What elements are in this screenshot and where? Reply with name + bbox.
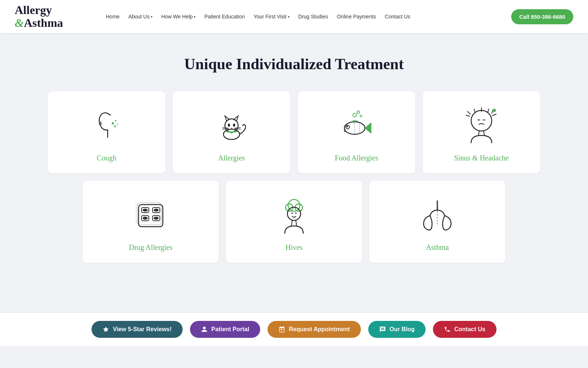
svg-point-0 [112, 122, 114, 124]
svg-point-1 [115, 120, 116, 121]
svg-point-2 [114, 125, 116, 127]
svg-point-44 [143, 209, 148, 212]
cards-row-1: Cough [29, 91, 559, 173]
site-header: Allergy &Asthma Home About Us ▾ How We H… [0, 0, 588, 33]
reviews-button-label: View 5-Star Reviews! [113, 326, 172, 333]
nav-contact[interactable]: Contact Us [382, 11, 413, 22]
appointment-button-label: Request Appointment [289, 326, 350, 333]
svg-point-4 [223, 129, 240, 139]
card-asthma[interactable]: Asthma [369, 181, 505, 263]
logo-asthma: Asthma [24, 16, 63, 29]
svg-point-53 [287, 207, 301, 220]
svg-line-30 [474, 109, 475, 113]
card-sinus-headache-label: Sinus & Headache [454, 154, 509, 162]
svg-line-25 [467, 112, 470, 114]
svg-line-57 [296, 220, 297, 226]
svg-point-50 [288, 199, 300, 211]
calendar-icon [279, 326, 285, 333]
card-hives[interactable]: Hives [226, 181, 362, 263]
svg-rect-48 [137, 203, 161, 225]
logo[interactable]: Allergy &Asthma [15, 4, 81, 29]
call-button[interactable]: Call 850-386-6680 [511, 9, 573, 24]
contact-button[interactable]: Contact Us [433, 321, 496, 338]
chevron-down-icon: ▾ [288, 15, 290, 19]
nav-drug-studies[interactable]: Drug Studies [295, 11, 331, 22]
card-cough[interactable]: Cough [48, 91, 165, 173]
logo-text: Allergy &Asthma [15, 4, 63, 29]
card-allergies[interactable]: Allergies [173, 91, 290, 173]
card-drug-allergies-label: Drug Allergies [129, 243, 172, 252]
asthma-icon [417, 195, 458, 236]
svg-line-13 [234, 128, 241, 128]
contact-button-label: Contact Us [454, 326, 485, 333]
svg-line-26 [466, 115, 470, 116]
svg-point-46 [143, 217, 148, 220]
main-content: Unique Individualized Treatment Co [0, 33, 588, 313]
card-cough-label: Cough [97, 154, 116, 162]
allergies-icon [213, 106, 250, 146]
nav-how-we-help[interactable]: How We Help ▾ [158, 11, 198, 22]
appointment-button[interactable]: Request Appointment [268, 321, 361, 338]
svg-line-11 [222, 128, 229, 128]
nav-online-payments[interactable]: Online Payments [334, 11, 379, 22]
star-icon [103, 326, 109, 333]
svg-line-31 [488, 109, 489, 113]
patient-portal-button[interactable]: Patient Portal [190, 321, 260, 338]
logo-allergy: Allergy [15, 3, 52, 17]
bottom-bar: View 5-Star Reviews! Patient Portal Requ… [0, 313, 588, 346]
card-hives-label: Hives [286, 243, 303, 252]
svg-point-3 [117, 124, 118, 125]
svg-line-12 [222, 129, 229, 129]
svg-point-17 [357, 111, 360, 114]
svg-point-16 [353, 113, 356, 117]
patient-portal-button-label: Patient Portal [211, 326, 249, 333]
svg-point-15 [230, 131, 233, 134]
chevron-down-icon: ▾ [151, 15, 153, 19]
svg-point-18 [360, 115, 362, 117]
svg-line-14 [234, 129, 241, 129]
nav-first-visit[interactable]: Your First Visit ▾ [251, 11, 292, 22]
svg-point-22 [471, 110, 492, 131]
logo-ampersand: & [15, 16, 24, 29]
phone-icon [444, 326, 451, 333]
svg-point-9 [233, 124, 235, 127]
person-icon [201, 326, 208, 333]
card-sinus-headache[interactable]: Sinus & Headache [423, 91, 540, 173]
card-allergies-label: Allergies [218, 154, 245, 162]
svg-line-28 [492, 114, 496, 116]
nav-home[interactable]: Home [103, 11, 122, 22]
food-allergies-icon [334, 106, 379, 146]
sinus-headache-icon [463, 106, 500, 146]
cards-row-2: Drug Allergies [29, 181, 559, 263]
blog-button-label: Our Blog [390, 326, 415, 333]
svg-line-23 [478, 131, 479, 135]
svg-marker-10 [230, 127, 233, 129]
card-food-allergies[interactable]: Food Allergies [298, 91, 415, 173]
card-asthma-label: Asthma [426, 243, 449, 252]
card-food-allergies-label: Food Allergies [335, 154, 378, 162]
chevron-down-icon: ▾ [194, 15, 196, 19]
cough-icon [90, 106, 123, 146]
svg-point-45 [154, 209, 159, 212]
nav-about[interactable]: About Us ▾ [125, 11, 155, 22]
svg-point-47 [154, 217, 159, 220]
svg-point-21 [347, 126, 348, 127]
blog-button[interactable]: Our Blog [368, 321, 426, 338]
chat-icon [379, 326, 386, 333]
reviews-button[interactable]: View 5-Star Reviews! [92, 321, 183, 338]
nav-patient-education[interactable]: Patient Education [201, 11, 248, 22]
drug-allergies-icon [134, 195, 167, 236]
main-nav: Home About Us ▾ How We Help ▾ Patient Ed… [103, 11, 511, 22]
svg-point-8 [228, 124, 230, 127]
svg-line-24 [484, 131, 484, 135]
svg-line-56 [291, 220, 292, 226]
hives-icon [277, 195, 311, 236]
page-title: Unique Individualized Treatment [29, 55, 559, 73]
card-drug-allergies[interactable]: Drug Allergies [83, 181, 219, 263]
